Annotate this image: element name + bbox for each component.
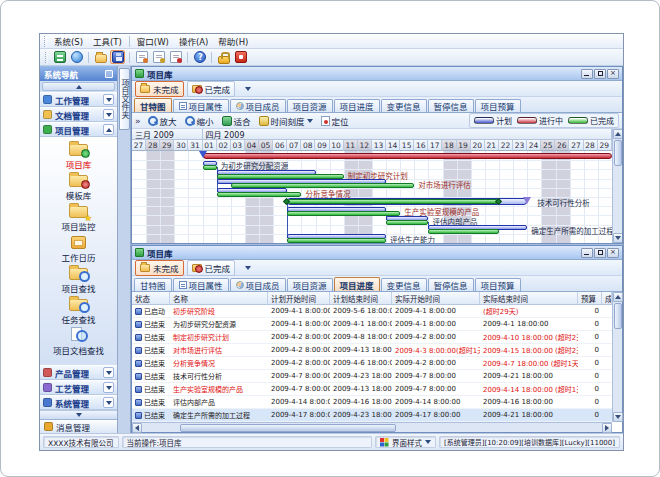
sidebar-tab-messages[interactable]: 消息管理 bbox=[40, 419, 117, 433]
toolbar-overflow-icon[interactable]: » bbox=[135, 116, 141, 126]
sidebar-more-button[interactable] bbox=[40, 410, 117, 419]
folder-button[interactable] bbox=[93, 50, 108, 64]
pin-icon[interactable] bbox=[105, 70, 113, 78]
scroll-right-icon[interactable] bbox=[602, 423, 612, 433]
table-row[interactable]: 已结束为初步研究分配资源2009-4-1 8:00:002009-4-1 18:… bbox=[132, 318, 612, 331]
table-row[interactable]: 已结束对市场进行评估2009-4-2 8:00:002009-4-13 18:0… bbox=[132, 344, 612, 357]
table-row[interactable]: 已启动初步研究阶段2009-4-1 8:00:002009-5-6 18:00:… bbox=[132, 305, 612, 318]
chevron-down-icon[interactable] bbox=[103, 94, 114, 105]
menu-item-1[interactable]: 系统(S) bbox=[49, 34, 88, 48]
gantt-window-titlebar[interactable]: 项目库 × bbox=[132, 67, 622, 81]
tab-项目预算[interactable]: 项目预算 bbox=[475, 99, 521, 112]
tab-甘特图[interactable]: 甘特图 bbox=[134, 278, 172, 291]
column-header-5[interactable]: 实际开始时间 bbox=[392, 292, 480, 304]
tab-项目属性[interactable]: 项目属性 bbox=[173, 99, 229, 112]
table-row[interactable]: 已结束评估内部产品2009-4-14 8:00:002009-4-16 18:0… bbox=[132, 396, 612, 409]
maximize-button[interactable] bbox=[594, 69, 606, 79]
sidebar-item-任务查找[interactable]: 任务查找 bbox=[40, 295, 117, 326]
tab-甘特图[interactable]: 甘特图 bbox=[134, 98, 172, 112]
gantt-bar-actual[interactable] bbox=[203, 165, 217, 170]
doc-delete-button[interactable] bbox=[168, 50, 183, 64]
sidebar-item-工作日历[interactable]: 工作日历 bbox=[40, 233, 117, 264]
scroll-down-icon[interactable] bbox=[613, 233, 623, 243]
table-window-titlebar[interactable]: 项目库 × bbox=[132, 246, 622, 260]
sidebar-item-项目库[interactable]: 项目库 bbox=[40, 140, 117, 171]
maximize-button[interactable] bbox=[594, 248, 606, 258]
sidebar-item-模板库[interactable]: 模板库 bbox=[40, 171, 117, 202]
column-header-6[interactable]: 实际结束时间 bbox=[480, 292, 578, 304]
gantt-bar-actual[interactable] bbox=[217, 192, 302, 197]
tab-变更信息[interactable]: 变更信息 bbox=[381, 99, 427, 112]
filter-unfinished-button[interactable]: 未完成 bbox=[135, 260, 184, 276]
table-vertical-scrollbar[interactable] bbox=[612, 292, 622, 422]
sidebar-item-项目文档查找[interactable]: 项目文档查找 bbox=[40, 326, 117, 357]
menu-item-3[interactable]: 窗口(W) bbox=[132, 34, 174, 48]
minimize-button[interactable] bbox=[581, 69, 593, 79]
sidebar-group-系统管理[interactable]: 系统管理 bbox=[40, 395, 117, 410]
zoom-out-button[interactable]: 缩小 bbox=[183, 115, 216, 127]
table-row[interactable]: 已结束技术可行性分析2009-4-7 8:00:002009-4-23 18:0… bbox=[132, 370, 612, 383]
sidebar-group-工艺管理[interactable]: 工艺管理 bbox=[40, 380, 117, 395]
tab-项目资源[interactable]: 项目资源 bbox=[287, 278, 333, 291]
filter-finished-button[interactable]: 已完成 bbox=[187, 81, 236, 97]
gantt-bar-actual[interactable] bbox=[428, 229, 499, 234]
column-header-8[interactable]: 成 bbox=[602, 292, 612, 304]
column-header-7[interactable]: 预算 bbox=[578, 292, 602, 304]
project-folder-tab[interactable]: 项目文件夹 bbox=[119, 68, 130, 130]
minimize-button[interactable] bbox=[581, 248, 593, 258]
gantt-vertical-scrollbar[interactable] bbox=[612, 129, 622, 243]
table-horizontal-scrollbar[interactable] bbox=[132, 422, 612, 432]
table-row[interactable]: 已结束确定生产所需的加工过程2009-4-17 8:00:002009-4-23… bbox=[132, 409, 612, 422]
doc-new-button[interactable] bbox=[134, 50, 149, 64]
tab-暂停信息[interactable]: 暂停信息 bbox=[428, 99, 474, 112]
tab-项目属性[interactable]: 项目属性 bbox=[173, 278, 229, 291]
scroll-left-icon[interactable] bbox=[132, 423, 142, 433]
sidebar-group-项目管理[interactable]: 项目管理 bbox=[40, 122, 117, 137]
globe-button[interactable] bbox=[69, 50, 84, 64]
gantt-bar-actual[interactable] bbox=[386, 220, 428, 225]
ui-style-picker[interactable]: 界面样式 bbox=[375, 436, 436, 448]
sidebar-group-工作管理[interactable]: 工作管理 bbox=[40, 92, 117, 107]
gantt-bar-actual[interactable] bbox=[287, 211, 400, 216]
sidebar-item-项目查找[interactable]: 项目查找 bbox=[40, 264, 117, 295]
table-row[interactable]: 已结束生产实验室规模的产品2009-4-7 8:00:002009-4-13 1… bbox=[132, 383, 612, 396]
scrollbar-thumb[interactable] bbox=[614, 303, 622, 329]
gantt-bar-actual[interactable] bbox=[288, 199, 498, 204]
menu-item-2[interactable]: 工具(T) bbox=[88, 34, 127, 48]
column-header-3[interactable]: 计划开始时间 bbox=[268, 292, 330, 304]
menubar-grip[interactable] bbox=[44, 36, 47, 47]
filter-finished-button[interactable]: 已完成 bbox=[187, 260, 236, 276]
sidebar-item-项目监控[interactable]: 项目监控 bbox=[40, 202, 117, 233]
scroll-up-icon[interactable] bbox=[613, 292, 623, 302]
doc-edit-button[interactable] bbox=[151, 50, 166, 64]
scroll-up-icon[interactable] bbox=[613, 129, 623, 139]
scrollbar-thumb[interactable] bbox=[614, 140, 622, 166]
tab-项目成员[interactable]: 项目成员 bbox=[230, 278, 286, 291]
sidebar-collapse-button[interactable] bbox=[42, 82, 115, 91]
menu-item-5[interactable]: 帮助(H) bbox=[213, 34, 253, 48]
locate-button[interactable]: 定位 bbox=[319, 115, 351, 127]
gantt-bar-actual[interactable] bbox=[287, 238, 386, 243]
sidebar-group-产品管理[interactable]: 产品管理 bbox=[40, 365, 117, 380]
filter-unfinished-button[interactable]: 未完成 bbox=[135, 81, 184, 97]
column-header-2[interactable]: 名称 bbox=[170, 292, 268, 304]
tab-项目预算[interactable]: 项目预算 bbox=[475, 278, 521, 291]
tab-项目进度[interactable]: 项目进度 bbox=[334, 99, 380, 112]
close-button[interactable]: × bbox=[607, 69, 619, 79]
zoom-in-button[interactable]: 放大 bbox=[146, 115, 179, 127]
filter-dropdown-button[interactable] bbox=[242, 83, 254, 95]
timescale-button[interactable]: 时间刻度 bbox=[257, 115, 315, 127]
chevron-down-icon[interactable] bbox=[103, 367, 114, 378]
tab-项目成员[interactable]: 项目成员 bbox=[230, 99, 286, 112]
lock-button[interactable] bbox=[216, 50, 231, 64]
table-row[interactable]: 已结束制定初步研究计划2009-4-2 8:00:002009-4-8 18:0… bbox=[132, 331, 612, 344]
column-header-1[interactable]: 状态 bbox=[132, 292, 170, 304]
save-button[interactable] bbox=[110, 50, 125, 64]
menu-item-4[interactable]: 操作(A) bbox=[174, 34, 213, 48]
sync-button[interactable] bbox=[52, 50, 67, 64]
exit-button[interactable] bbox=[233, 50, 248, 64]
filter-dropdown-button[interactable] bbox=[242, 262, 254, 274]
chevron-up-icon[interactable] bbox=[103, 124, 114, 135]
chevron-down-icon[interactable] bbox=[103, 397, 114, 408]
tab-暂停信息[interactable]: 暂停信息 bbox=[428, 278, 474, 291]
